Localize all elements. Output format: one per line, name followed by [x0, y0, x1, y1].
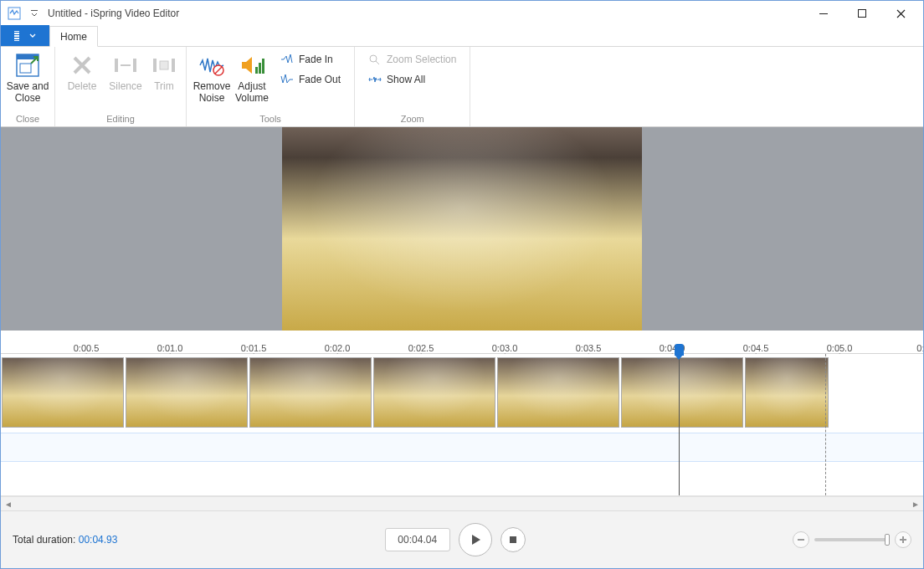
trim-icon	[151, 52, 177, 79]
file-menu-button[interactable]	[1, 25, 49, 46]
ruler-tick: 0:05.0	[827, 343, 853, 353]
timeline-thumbnail[interactable]	[497, 357, 619, 428]
svg-rect-2	[819, 13, 828, 14]
fade-in-button[interactable]: Fade In	[277, 50, 344, 69]
adjust-volume-button[interactable]: Adjust Volume	[232, 49, 272, 109]
show-all-button[interactable]: Show All	[365, 70, 459, 89]
clip-end-marker	[825, 354, 826, 495]
save-and-close-button[interactable]: Save and Close	[6, 49, 49, 109]
ruler-tick: 0:01.0	[157, 343, 183, 353]
total-duration-label: Total duration:	[13, 534, 79, 546]
horizontal-scrollbar[interactable]: ◄ ►	[1, 496, 923, 510]
svg-rect-18	[255, 67, 258, 74]
svg-rect-5	[14, 32, 19, 33]
timeline-ruler[interactable]: 0:00.50:01.00:01.50:02.00:02.50:03.00:03…	[1, 331, 923, 354]
svg-rect-1	[31, 10, 38, 11]
ruler-tick: 0:04.5	[743, 343, 769, 353]
ruler-tick: 0:02.5	[408, 343, 434, 353]
zoom-control	[793, 531, 911, 548]
timeline-thumbnail[interactable]	[126, 357, 248, 428]
group-label-close: Close	[6, 111, 49, 126]
fade-in-label: Fade In	[299, 54, 333, 65]
svg-rect-23	[798, 539, 804, 541]
empty-track	[1, 462, 923, 491]
svg-rect-15	[172, 59, 175, 72]
timeline-thumbnail[interactable]	[249, 357, 372, 428]
video-track[interactable]	[1, 354, 923, 433]
quick-access-dropdown-icon[interactable]	[28, 7, 41, 20]
tab-home[interactable]: Home	[49, 26, 98, 47]
svg-rect-7	[14, 37, 19, 38]
svg-rect-3	[859, 10, 866, 18]
trim-label: Trim	[154, 80, 174, 92]
ribbon-group-editing: Delete Silence Trim Editing	[55, 47, 187, 126]
fade-out-icon	[280, 73, 294, 86]
adjust-volume-label: Adjust Volume	[232, 80, 272, 105]
ruler-tick: 0:02.0	[325, 343, 351, 353]
zoom-in-button[interactable]	[895, 531, 911, 548]
ribbon-group-tools: Remove Noise Adjust Volume Fade In Fade …	[187, 47, 355, 126]
scroll-left-icon[interactable]: ◄	[4, 500, 13, 509]
group-label-zoom: Zoom	[360, 111, 465, 126]
minimize-button[interactable]	[804, 1, 843, 26]
ruler-tick: 0:0	[916, 343, 924, 353]
status-bar: Total duration: 00:04.93 00:04.04	[1, 510, 923, 568]
playhead[interactable]	[679, 354, 680, 495]
zoom-selection-button: Zoom Selection	[365, 50, 459, 69]
play-button[interactable]	[459, 523, 492, 556]
current-time-display: 00:04.04	[385, 528, 450, 551]
svg-point-21	[370, 55, 377, 62]
zoom-out-button[interactable]	[793, 531, 809, 548]
adjust-volume-icon	[239, 52, 265, 79]
svg-rect-8	[14, 39, 19, 40]
stop-icon	[508, 535, 518, 545]
ruler-tick: 0:01.5	[241, 343, 267, 353]
silence-icon	[112, 52, 139, 79]
timeline-thumbnail[interactable]	[745, 357, 829, 428]
delete-label: Delete	[68, 80, 97, 92]
save-and-close-icon	[14, 52, 41, 79]
playhead-handle[interactable]	[675, 344, 684, 356]
show-all-icon	[368, 73, 382, 86]
maximize-button[interactable]	[843, 1, 881, 26]
zoom-slider-handle[interactable]	[885, 534, 890, 546]
fade-out-button[interactable]: Fade Out	[277, 70, 344, 89]
fade-in-icon	[280, 53, 294, 66]
window-title: Untitled - iSpring Video Editor	[48, 8, 179, 19]
svg-rect-14	[153, 59, 157, 72]
remove-noise-button[interactable]: Remove Noise	[192, 49, 232, 109]
group-label-editing: Editing	[60, 111, 181, 126]
play-icon	[469, 533, 482, 546]
video-preview	[1, 127, 923, 331]
delete-button: Delete	[60, 49, 104, 109]
svg-rect-25	[902, 536, 904, 543]
svg-rect-12	[115, 59, 118, 72]
scroll-right-icon[interactable]: ►	[911, 500, 920, 509]
audio-track[interactable]	[1, 433, 923, 462]
stop-button[interactable]	[501, 527, 526, 552]
ribbon: Save and Close Close Delete Silence Trim…	[1, 47, 923, 127]
total-duration-value: 00:04.93	[79, 534, 118, 546]
title-bar: Untitled - iSpring Video Editor	[1, 1, 923, 26]
svg-rect-19	[259, 63, 261, 74]
delete-icon	[69, 52, 95, 79]
zoom-slider[interactable]	[814, 538, 890, 541]
timeline-thumbnail[interactable]	[373, 357, 495, 428]
remove-noise-label: Remove Noise	[192, 80, 232, 105]
silence-button: Silence	[104, 49, 147, 109]
show-all-label: Show All	[387, 74, 425, 85]
timeline-thumbnail[interactable]	[2, 357, 124, 428]
timeline-thumbnail[interactable]	[621, 357, 743, 428]
app-icon	[8, 7, 21, 20]
timeline[interactable]	[1, 354, 923, 496]
zoom-selection-icon	[368, 53, 382, 66]
svg-rect-20	[262, 59, 264, 74]
zoom-selection-label: Zoom Selection	[387, 54, 456, 65]
remove-noise-icon	[198, 52, 225, 79]
trim-button: Trim	[147, 49, 181, 109]
ruler-tick: 0:03.5	[576, 343, 602, 353]
close-button[interactable]	[881, 1, 920, 26]
svg-rect-13	[133, 59, 136, 72]
ribbon-group-close: Save and Close Close	[1, 47, 55, 126]
save-and-close-label: Save and Close	[6, 80, 49, 105]
